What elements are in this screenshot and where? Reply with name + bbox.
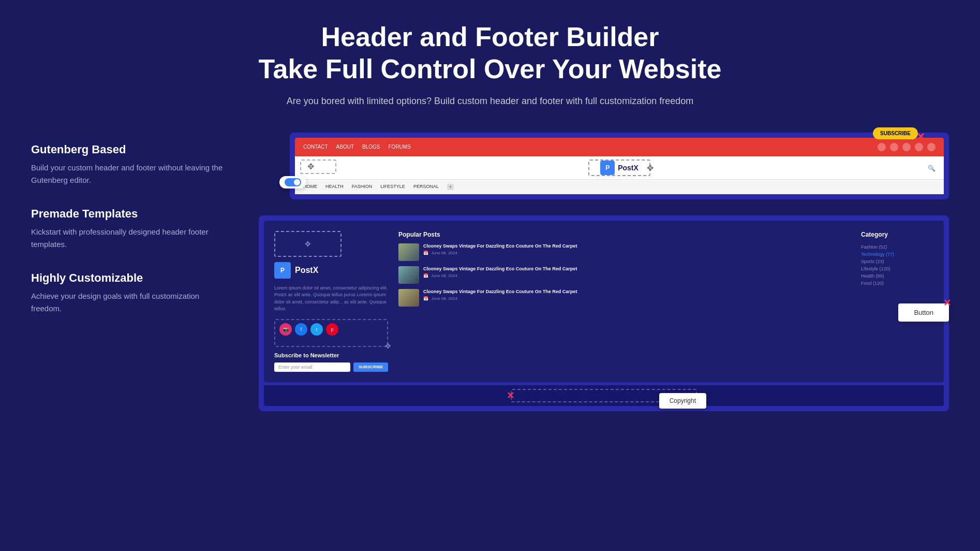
button-plus-icon: ✕ <box>943 297 951 309</box>
hero-section: Header and Footer Builder Take Full Cont… <box>31 21 949 107</box>
header-nav-links: CONTACT ABOUT BLOGS FORUMS <box>303 144 411 150</box>
post-date-2: 📅 June 08, 2024 <box>423 273 577 278</box>
footer-logo-section: ✥ P PostX Lorem ipsum dolor sit amet, co… <box>274 231 388 372</box>
move-cursor-icon: ✥ <box>307 162 314 171</box>
header-social-icons <box>878 143 936 151</box>
category-lifestyle: Lifestyle (120) <box>861 265 933 272</box>
footer-top-section: ✥ P PostX Lorem ipsum dolor sit amet, co… <box>264 221 944 382</box>
post-info-3: Clooney Swaps Vintage For Dazzling Eco C… <box>423 289 577 301</box>
footer-logo-dashed: ✥ <box>274 231 341 257</box>
facebook-icon[interactable]: f <box>295 323 307 336</box>
footer-bottom-bar: Copyright ✕ <box>264 385 944 406</box>
hero-title-line2: Take Full Control Over Your Website <box>259 54 722 84</box>
instagram-icon[interactable]: 📷 <box>279 323 292 336</box>
post-title-1: Clooney Swaps Vintage For Dazzling Eco C… <box>423 243 577 250</box>
category-title: Category <box>861 231 933 238</box>
calendar-icon-3: 📅 <box>423 296 428 301</box>
feature-gutenberg-desc: Build your custom header and footer with… <box>31 162 228 186</box>
footer-social-row: 📷 f t p <box>279 323 383 336</box>
post-info-2: Clooney Swaps Vintage For Dazzling Eco C… <box>423 266 577 279</box>
subscribe-button-floating[interactable]: SUBSCRIBE <box>873 127 918 139</box>
feature-customizable-desc: Achieve your design goals with full cust… <box>31 290 228 315</box>
popular-posts-title: Popular Posts <box>398 231 851 238</box>
footer-email-input[interactable]: Enter your email <box>274 363 350 372</box>
post-date-3: 📅 June 08, 2024 <box>423 296 577 301</box>
post-thumb-2 <box>398 266 419 284</box>
social-move-cursor: ✥ <box>385 342 391 350</box>
post-title-3: Clooney Swaps Vintage For Dazzling Eco C… <box>423 289 577 295</box>
post-info-1: Clooney Swaps Vintage For Dazzling Eco C… <box>423 243 577 256</box>
search-icon-container: 🔍 <box>928 163 936 172</box>
footer-subscribe-btn[interactable]: SUBSCRIBE <box>353 363 388 372</box>
logo-selection-box: P PostX ✥ <box>588 160 650 176</box>
features-column: Gutenberg Based Build your custom header… <box>31 133 228 336</box>
feature-customizable-title: Highly Customizable <box>31 271 228 285</box>
nav-more-icon: + <box>447 184 454 190</box>
main-nav-fashion: FASHION <box>352 184 373 190</box>
social-icon-in <box>890 143 898 151</box>
category-fashion: Fashion (52) <box>861 243 933 251</box>
hero-subtitle: Are you bored with limited options? Buil… <box>31 96 949 107</box>
feature-customizable: Highly Customizable Achieve your design … <box>31 271 228 315</box>
search-icon[interactable]: 🔍 <box>928 165 936 172</box>
category-food: Food (120) <box>861 280 933 287</box>
social-icon-yt <box>915 143 923 151</box>
footer-logo-text: PostX <box>295 266 318 275</box>
category-health: Health (89) <box>861 272 933 280</box>
feature-gutenberg-title: Gutenberg Based <box>31 143 228 156</box>
copyright-badge: Copyright <box>659 393 706 409</box>
social-icon-r <box>927 143 936 151</box>
twitter-icon[interactable]: t <box>310 323 323 336</box>
category-sports: Sports (23) <box>861 258 933 265</box>
calendar-icon-1: 📅 <box>423 251 428 255</box>
post-item-3: Clooney Swaps Vintage For Dazzling Eco C… <box>398 289 851 307</box>
main-nav-links: HOME HEALTH FASHION LIFESTYLE PERSONAL + <box>303 184 454 190</box>
social-icon-t <box>902 143 911 151</box>
footer-subscribe-title: Subscribe to Newsletter <box>274 352 388 358</box>
button-widget[interactable]: Button <box>898 303 949 322</box>
footer-email-row: Enter your email SUBSCRIBE <box>274 363 388 372</box>
footer-popular-posts: Popular Posts Clooney Swaps Vintage For … <box>398 231 851 372</box>
nav-contact: CONTACT <box>303 144 328 150</box>
builder-mockup: SUBSCRIBE ✕ CONTACT ABOUT BLOGS FORUMS <box>259 133 949 402</box>
footer-move-cursor: ✥ <box>305 240 311 248</box>
header-top-bar: CONTACT ABOUT BLOGS FORUMS <box>295 138 944 156</box>
toggle-widget[interactable] <box>279 176 306 189</box>
move-cursor-logo: ✥ <box>647 163 654 172</box>
main-nav-health: HEALTH <box>325 184 344 190</box>
pinterest-icon[interactable]: p <box>326 323 338 336</box>
main-nav-personal: PERSONAL <box>413 184 439 190</box>
header-logo: P PostX ✥ <box>588 160 650 176</box>
calendar-icon-2: 📅 <box>423 273 428 278</box>
header-builder: SUBSCRIBE ✕ CONTACT ABOUT BLOGS FORUMS <box>290 133 949 199</box>
footer-bottom-dashed: Copyright ✕ <box>511 389 697 402</box>
header-logo-bar: ✥ P PostX ✥ 🔍 <box>295 156 944 179</box>
hero-title-line1: Header and Footer Builder <box>321 22 659 52</box>
copyright-plus-icon: ✕ <box>507 390 514 401</box>
post-thumb-1 <box>398 243 419 261</box>
nav-forums: FORUMS <box>389 144 411 150</box>
feature-gutenberg: Gutenberg Based Build your custom header… <box>31 143 228 186</box>
post-item-2: Clooney Swaps Vintage For Dazzling Eco C… <box>398 266 851 284</box>
nav-about: ABOUT <box>336 144 354 150</box>
footer-body-text: Lorem ipsum dolor sit amet, consectetur … <box>274 285 388 313</box>
content-area: Gutenberg Based Build your custom header… <box>31 133 949 402</box>
page-wrapper: Header and Footer Builder Take Full Cont… <box>0 0 980 551</box>
toggle-pill[interactable] <box>285 178 301 186</box>
footer-logo-icon: P <box>274 262 291 279</box>
nav-blogs: BLOGS <box>362 144 380 150</box>
logo-text: PostX <box>618 164 639 172</box>
category-technology: Technology (77) <box>861 251 933 258</box>
footer-logo-box: P PostX <box>274 262 388 279</box>
feature-premade-desc: Kickstart with professionally designed h… <box>31 226 228 251</box>
post-title-2: Clooney Swaps Vintage For Dazzling Eco C… <box>423 266 577 272</box>
header-nav-bar: HOME HEALTH FASHION LIFESTYLE PERSONAL + <box>295 179 944 194</box>
footer-builder: Button ✕ ✥ P PostX <box>259 215 949 411</box>
logo-icon: P <box>600 161 615 175</box>
feature-premade-title: Premade Templates <box>31 207 228 221</box>
main-nav-lifestyle: LIFESTYLE <box>380 184 405 190</box>
post-item-1: Clooney Swaps Vintage For Dazzling Eco C… <box>398 243 851 261</box>
social-icon-f <box>878 143 886 151</box>
footer-social-dashed: 📷 f t p ✥ <box>274 319 388 347</box>
footer-subscribe-section: Subscribe to Newsletter Enter your email… <box>274 352 388 372</box>
